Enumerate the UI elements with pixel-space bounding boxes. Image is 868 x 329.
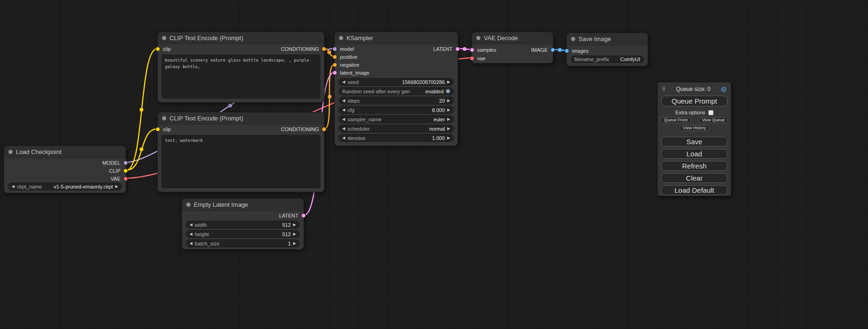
wire-midpoint-dot[interactable] [328,95,332,98]
input-slot-model[interactable]: model [332,46,354,52]
cfg-widget[interactable]: ◀ cfg 8.000 ▶ [339,106,454,114]
settings-gear-icon[interactable]: ⚙ [721,86,727,93]
decrement-arrow-icon[interactable]: ◀ [12,185,14,189]
wire-midpoint-dot[interactable] [327,50,331,54]
latent-slot-dot[interactable] [470,48,474,52]
increment-arrow-icon[interactable]: ▶ [447,99,450,103]
clip-slot-dot[interactable] [123,168,128,173]
extra-options-checkbox[interactable] [708,110,713,115]
wire-midpoint-dot[interactable] [140,108,143,112]
increment-arrow-icon[interactable]: ▶ [447,108,450,112]
node-save-image[interactable]: Save Image images filename_prefix ComfyU… [566,33,648,66]
filename-prefix-widget[interactable]: filename_prefix ComfyUI [571,56,644,63]
output-slot-model[interactable]: MODEL [102,160,128,166]
random-seed-toggle-widget[interactable]: Random seed after every gen enabled [339,87,454,95]
steps-widget[interactable]: ◀ steps 20 ▶ [339,97,454,105]
image-slot-dot[interactable] [550,48,555,52]
clip-slot-dot[interactable] [155,127,160,132]
batch-size-widget[interactable]: ◀ batch_size 1 ▶ [186,239,300,247]
output-slot-clip[interactable]: CLIP [109,168,128,174]
collapse-dot-icon[interactable] [162,116,166,120]
image-slot-dot[interactable] [565,49,569,53]
vae-slot-dot[interactable] [470,56,474,61]
node-graph-canvas[interactable]: Load Checkpoint MODEL CLIP VAE ◀ ckpt_na… [0,0,868,329]
queue-panel[interactable]: ⠿ Queue size: 0 ⚙ Queue Prompt Extra opt… [657,82,731,196]
prompt-textarea[interactable]: beautiful scenery nature glass bottle la… [162,55,320,98]
wire-midpoint-dot[interactable] [140,147,143,151]
output-slot-latent[interactable]: LATENT [279,213,306,218]
view-queue-button[interactable]: View Queue [699,117,728,123]
node-load-checkpoint[interactable]: Load Checkpoint MODEL CLIP VAE ◀ ckpt_na… [4,146,126,193]
denoise-widget[interactable]: ◀ denoise 1.000 ▶ [339,134,454,142]
latent-slot-dot[interactable] [332,70,337,75]
node-title-bar[interactable]: CLIP Text Encode (Prompt) [158,112,324,125]
width-widget[interactable]: ◀ width 512 ▶ [186,221,300,229]
wire-midpoint-dot[interactable] [228,104,232,107]
decrement-arrow-icon[interactable]: ◀ [342,80,345,84]
queue-front-button[interactable]: Queue Front [661,117,691,123]
increment-arrow-icon[interactable]: ▶ [293,223,296,227]
input-slot-clip[interactable]: clip [155,46,171,52]
collapse-dot-icon[interactable] [571,37,575,41]
increment-arrow-icon[interactable]: ▶ [447,118,450,121]
view-history-button[interactable]: View History [679,125,709,131]
node-empty-latent-image[interactable]: Empty Latent Image LATENT ◀ width 512 ▶ … [182,198,304,250]
input-slot-vae[interactable]: vae [470,56,486,61]
height-widget[interactable]: ◀ height 512 ▶ [186,230,300,238]
decrement-arrow-icon[interactable]: ◀ [342,108,345,112]
wire-midpoint-dot[interactable] [558,48,562,52]
drag-handle-icon[interactable]: ⠿ [662,86,666,92]
input-slot-samples[interactable]: samples [470,47,496,53]
output-slot-image[interactable]: IMAGE [531,47,555,53]
increment-arrow-icon[interactable]: ▶ [447,136,450,140]
load-button[interactable]: Load [661,149,727,159]
refresh-button[interactable]: Refresh [661,161,727,171]
conditioning-slot-dot[interactable] [332,63,337,67]
collapse-dot-icon[interactable] [339,36,343,40]
output-slot-conditioning[interactable]: CONDITIONING [281,46,326,52]
node-vae-decode[interactable]: VAE Decode samples IMAGE vae [472,32,553,63]
node-title-bar[interactable]: Empty Latent Image [182,199,303,211]
increment-arrow-icon[interactable]: ▶ [293,232,296,236]
decrement-arrow-icon[interactable]: ◀ [342,127,345,131]
wire-midpoint-dot[interactable] [463,47,466,51]
decrement-arrow-icon[interactable]: ◀ [190,223,192,227]
output-slot-latent[interactable]: LATENT [433,46,460,52]
collapse-dot-icon[interactable] [186,203,191,207]
output-slot-conditioning[interactable]: CONDITIONING [281,126,326,132]
sampler-name-widget[interactable]: ◀ sampler_name euler ▶ [339,115,454,123]
save-button[interactable]: Save [661,137,727,147]
input-slot-negative[interactable]: negative [332,62,360,68]
seed-widget[interactable]: ◀ seed 156680208700286 ▶ [339,78,454,86]
collapse-dot-icon[interactable] [8,150,13,154]
decrement-arrow-icon[interactable]: ◀ [190,242,192,245]
model-slot-dot[interactable] [123,161,128,165]
decrement-arrow-icon[interactable]: ◀ [342,99,345,103]
increment-arrow-icon[interactable]: ▶ [447,127,450,131]
conditioning-slot-dot[interactable] [322,127,326,132]
increment-arrow-icon[interactable]: ▶ [115,185,118,189]
latent-slot-dot[interactable] [455,47,460,51]
input-slot-positive[interactable]: positive [332,54,357,60]
conditioning-slot-dot[interactable] [332,55,337,59]
increment-arrow-icon[interactable]: ▶ [293,242,296,245]
input-slot-images[interactable]: images [565,48,588,54]
load-default-button[interactable]: Load Default [661,185,727,195]
ckpt-name-widget[interactable]: ◀ ckpt_name v1-5-pruned-emaonly.ckpt ▶ [8,182,122,190]
input-slot-latent-image[interactable]: latent_image [332,70,369,76]
node-title-bar[interactable]: CLIP Text Encode (Prompt) [158,32,324,44]
queue-prompt-button[interactable]: Queue Prompt [661,96,727,106]
node-clip-text-encode-positive[interactable]: CLIP Text Encode (Prompt) clip CONDITION… [157,32,325,103]
node-ksampler[interactable]: KSampler model LATENT positive negative … [334,32,458,146]
clip-slot-dot[interactable] [155,47,160,51]
latent-slot-dot[interactable] [301,213,306,218]
input-slot-clip[interactable]: clip [155,126,171,132]
output-slot-vae[interactable]: VAE [111,176,128,182]
node-clip-text-encode-negative[interactable]: CLIP Text Encode (Prompt) clip CONDITION… [157,112,325,192]
vae-slot-dot[interactable] [123,176,128,181]
decrement-arrow-icon[interactable]: ◀ [342,136,345,140]
node-title-bar[interactable]: VAE Decode [472,32,553,44]
scheduler-widget[interactable]: ◀ scheduler normal ▶ [339,125,454,133]
conditioning-slot-dot[interactable] [322,47,326,51]
decrement-arrow-icon[interactable]: ◀ [190,232,192,236]
